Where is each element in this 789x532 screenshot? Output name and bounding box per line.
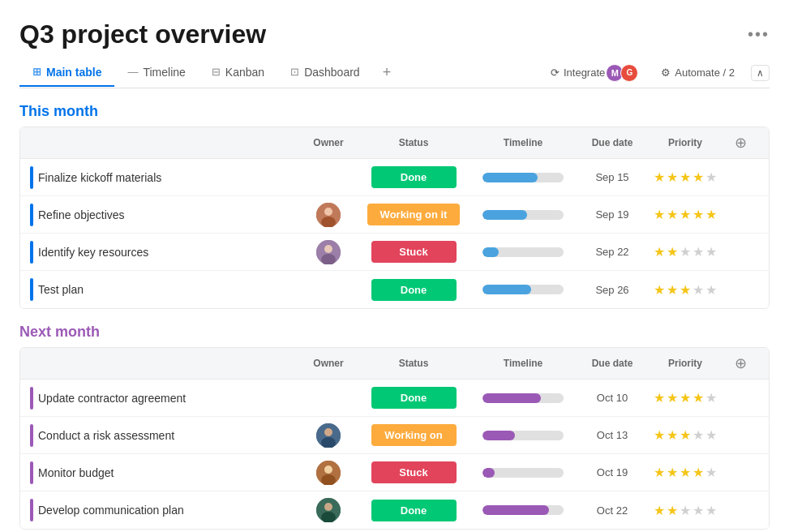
row-task-5: Update contractor agreement [20, 380, 296, 416]
col-header-add-1: ⊕ [726, 127, 755, 158]
section-next-month-header: Next month [19, 324, 770, 341]
row-owner-2 [296, 203, 361, 227]
main-table-icon: ⊞ [32, 66, 41, 78]
add-tab-icon: + [383, 64, 392, 80]
star-7-3: ★ [680, 465, 691, 480]
collapse-icon: ∧ [757, 67, 764, 79]
this-month-col-headers: Owner Status Timeline Due date Priority … [20, 127, 769, 159]
tab-kanban-label: Kanban [225, 66, 264, 79]
status-badge-1: Done [371, 166, 457, 188]
tab-timeline[interactable]: — Timeline [114, 59, 198, 87]
status-badge-8: Done [371, 500, 457, 521]
row-status-6[interactable]: Working on [361, 421, 466, 449]
svg-point-10 [324, 466, 332, 474]
tab-dashboard-label: Dashboard [304, 66, 360, 79]
row-duedate-4: Sep 26 [580, 284, 645, 296]
row-timeline-2 [466, 210, 580, 220]
tab-kanban[interactable]: ⊟ Kanban [199, 59, 277, 87]
row-timeline-7 [466, 468, 580, 478]
svg-point-13 [324, 503, 332, 511]
row-priority-1: ★ ★ ★ ★ ★ [645, 169, 726, 185]
section-next-month: Next month Owner Status Timeline Due dat… [19, 324, 770, 530]
star-1-2: ★ [667, 169, 678, 185]
star-2-5: ★ [705, 207, 717, 222]
timeline-icon: — [127, 66, 138, 78]
table-row: Monitor budget Stuck [20, 454, 769, 491]
star-1-5: ★ [705, 169, 717, 185]
col-header-status-2: Status [361, 351, 466, 375]
row-priority-6: ★ ★ ★ ★ ★ [645, 427, 726, 443]
add-column-button-1[interactable]: ⊕ [735, 134, 747, 152]
integrate-button[interactable]: ⟳ Integrate M G [544, 61, 645, 85]
star-7-4: ★ [693, 465, 704, 480]
row-timeline-1 [466, 173, 580, 182]
row-timeline-8 [466, 505, 580, 515]
add-tab-button[interactable]: + [373, 58, 401, 88]
timeline-fill-4 [482, 285, 531, 294]
row-status-2[interactable]: Working on it [361, 200, 466, 229]
integrate-icon: ⟳ [551, 66, 560, 79]
task-name-6: Conduct a risk assessment [38, 429, 174, 442]
owner-avatar-svg-6 [316, 423, 341, 448]
task-name-4: Test plan [38, 283, 84, 296]
star-4-3: ★ [680, 282, 691, 298]
col-header-priority-2: Priority [645, 351, 726, 375]
row-duedate-6: Oct 13 [580, 429, 645, 441]
tabs-bar: ⊞ Main table — Timeline ⊟ Kanban ⊡ Dashb… [19, 58, 770, 88]
star-8-1: ★ [654, 503, 665, 518]
this-month-table: Owner Status Timeline Due date Priority … [19, 127, 770, 309]
section-next-month-title: Next month [19, 324, 100, 341]
automate-button[interactable]: ⚙ Automate / 2 [654, 63, 741, 82]
row-status-7[interactable]: Stuck [361, 458, 466, 487]
timeline-bg-4 [482, 285, 564, 294]
table-row: Refine objectives Working on it [20, 196, 769, 234]
task-name-3: Identify key resources [38, 246, 148, 259]
row-bar-4 [30, 278, 33, 301]
star-3-2: ★ [667, 244, 678, 260]
row-owner-6 [296, 423, 361, 448]
row-task-3: Identify key resources [20, 234, 296, 270]
row-status-3[interactable]: Stuck [361, 238, 466, 266]
row-task-8: Develop communication plan [20, 492, 296, 528]
row-status-1[interactable]: Done [361, 163, 466, 191]
star-1-1: ★ [654, 169, 665, 185]
row-duedate-2: Sep 19 [580, 208, 645, 221]
col-header-duedate-1: Due date [580, 131, 645, 155]
task-name-8: Develop communication plan [38, 504, 184, 517]
tab-main-table[interactable]: ⊞ Main table [19, 59, 114, 87]
automate-icon: ⚙ [661, 66, 671, 79]
collapse-button[interactable]: ∧ [751, 65, 770, 81]
task-name-1: Finalize kickoff materials [38, 171, 161, 184]
timeline-fill-1 [482, 173, 538, 182]
timeline-fill-3 [482, 247, 499, 257]
star-8-5: ★ [705, 503, 717, 518]
col-header-status-1: Status [361, 131, 466, 155]
row-task-7: Monitor budget [20, 455, 296, 491]
col-header-task-1 [20, 136, 296, 149]
star-6-1: ★ [654, 427, 665, 443]
row-owner-7 [296, 461, 361, 485]
timeline-fill-2 [482, 210, 527, 220]
tab-dashboard[interactable]: ⊡ Dashboard [277, 59, 373, 87]
row-bar-3 [30, 241, 33, 264]
star-7-2: ★ [667, 465, 678, 480]
add-column-button-2[interactable]: ⊕ [735, 354, 747, 372]
dashboard-icon: ⊡ [290, 66, 299, 78]
row-duedate-5: Oct 10 [580, 392, 645, 404]
section-this-month-title: This month [19, 103, 98, 120]
owner-avatar-3 [316, 240, 341, 264]
col-header-timeline-1: Timeline [466, 131, 580, 155]
timeline-fill-7 [482, 468, 495, 478]
task-name-7: Monitor budget [38, 466, 114, 479]
star-7-1: ★ [654, 465, 665, 480]
more-options-button[interactable]: ••• [748, 25, 770, 44]
row-status-4[interactable]: Done [361, 276, 466, 304]
tab-main-table-label: Main table [46, 66, 101, 79]
row-status-5[interactable]: Done [361, 384, 466, 412]
col-header-add-2: ⊕ [726, 348, 755, 379]
page-title: Q3 project overview [19, 19, 266, 49]
star-4-4: ★ [693, 282, 704, 298]
row-status-8[interactable]: Done [361, 496, 466, 525]
table-row: Identify key resources Stuck [20, 234, 769, 271]
svg-point-7 [324, 428, 332, 436]
